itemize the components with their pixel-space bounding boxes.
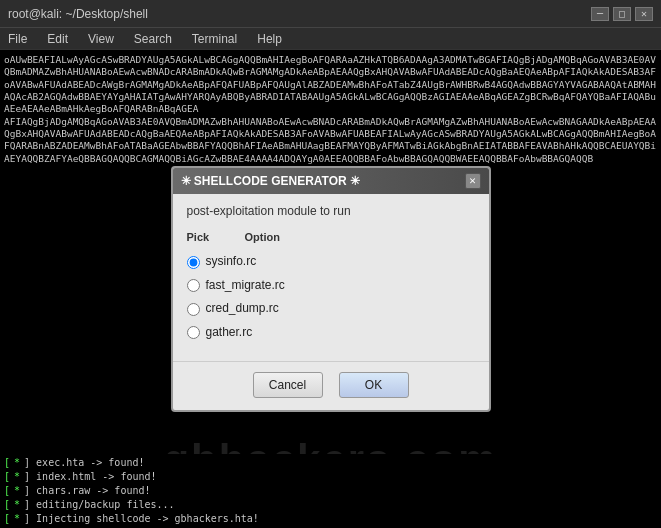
bottom-line-0: [ * ] exec.hta -> found!: [4, 456, 657, 470]
star-2: *: [14, 484, 20, 498]
bottom-line-2: [ * ] chars.raw -> found!: [4, 484, 657, 498]
radio-gather-label: gather.rc: [206, 325, 253, 341]
window-title: root@kali: ~/Desktop/shell: [8, 7, 148, 21]
shellcode-dialog: ✳ SHELLCODE GENERATOR ✳ ✕ post-exploitat…: [171, 166, 491, 411]
radio-option-0: sysinfo.rc: [187, 250, 475, 274]
line-text-3: ] editing/backup files...: [24, 498, 175, 512]
radio-cred-dump[interactable]: [187, 303, 200, 316]
window-controls: ─ □ ✕: [591, 7, 653, 21]
title-bar: root@kali: ~/Desktop/shell ─ □ ✕: [0, 0, 661, 28]
terminal-content: oAUwBEAFIALwAyAGcASwBRADYAUgA5AGkALwBCAG…: [4, 54, 657, 165]
bottom-line-1: [ * ] index.html -> found!: [4, 470, 657, 484]
menu-file[interactable]: File: [4, 31, 31, 47]
radio-option-3: gather.rc: [187, 321, 475, 345]
line-text-1: ] index.html -> found!: [24, 470, 156, 484]
menu-search[interactable]: Search: [130, 31, 176, 47]
line-text-2: ] chars.raw -> found!: [24, 484, 150, 498]
col-option-header: Option: [245, 230, 280, 244]
radio-option-1: fast_migrate.rc: [187, 274, 475, 298]
radio-sysinfo[interactable]: [187, 256, 200, 269]
dialog-subtitle: post-exploitation module to run: [187, 204, 475, 220]
bottom-line-4: [ * ] Injecting shellcode -> gbhackers.h…: [4, 512, 657, 526]
dialog-title: ✳ SHELLCODE GENERATOR ✳: [181, 174, 361, 190]
cancel-button[interactable]: Cancel: [253, 372, 323, 398]
star-1: *: [14, 470, 20, 484]
radio-sysinfo-label: sysinfo.rc: [206, 254, 257, 270]
bottom-lines: [ * ] exec.hta -> found! [ * ] index.htm…: [0, 454, 661, 528]
dialog-body: post-exploitation module to run Pick Opt…: [173, 194, 489, 354]
radio-fast-migrate[interactable]: [187, 279, 200, 292]
star-4: *: [14, 512, 20, 526]
radio-gather[interactable]: [187, 326, 200, 339]
menu-help[interactable]: Help: [253, 31, 286, 47]
menu-bar: File Edit View Search Terminal Help: [0, 28, 661, 50]
line-text-4: ] Injecting shellcode -> gbhackers.hta!: [24, 512, 259, 526]
bracket-1: [: [4, 470, 10, 484]
bracket-4: [: [4, 512, 10, 526]
maximize-button[interactable]: □: [613, 7, 631, 21]
dialog-buttons: Cancel OK: [173, 361, 489, 410]
menu-edit[interactable]: Edit: [43, 31, 72, 47]
radio-fast-migrate-label: fast_migrate.rc: [206, 278, 285, 294]
dialog-close-button[interactable]: ✕: [465, 173, 481, 189]
bracket-3: [: [4, 498, 10, 512]
bottom-line-3: [ * ] editing/backup files...: [4, 498, 657, 512]
minimize-button[interactable]: ─: [591, 7, 609, 21]
close-button[interactable]: ✕: [635, 7, 653, 21]
ok-button[interactable]: OK: [339, 372, 409, 398]
dialog-column-headers: Pick Option: [187, 230, 475, 244]
menu-terminal[interactable]: Terminal: [188, 31, 241, 47]
col-pick-header: Pick: [187, 230, 237, 244]
bracket-0: [: [4, 456, 10, 470]
line-text-0: ] exec.hta -> found!: [24, 456, 144, 470]
radio-cred-dump-label: cred_dump.rc: [206, 301, 279, 317]
terminal-area: oAUwBEAFIALwAyAGcASwBRADYAUgA5AGkALwBCAG…: [0, 50, 661, 528]
dialog-title-bar: ✳ SHELLCODE GENERATOR ✳ ✕: [173, 168, 489, 194]
star-0: *: [14, 456, 20, 470]
star-3: *: [14, 498, 20, 512]
bracket-2: [: [4, 484, 10, 498]
radio-option-2: cred_dump.rc: [187, 297, 475, 321]
menu-view[interactable]: View: [84, 31, 118, 47]
